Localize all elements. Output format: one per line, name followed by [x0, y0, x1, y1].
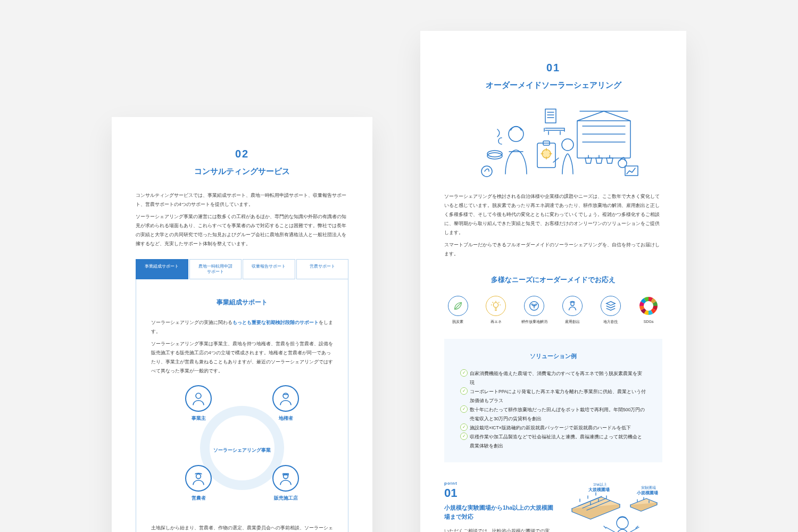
list-item: 数十年にわたって耕作放棄地だった田んぼをポット栽培で再利用。年間500万円の売電… — [460, 405, 646, 423]
node-label: 事業主 — [185, 414, 212, 422]
page-consulting: 02 コンサルティングサービス コンサルティングサービスでは、事業組成サポート、… — [112, 117, 372, 532]
point-body: いただくご相談では、比較的小規模な圃場での実証実験のお問い合わせも少なくありませ… — [444, 527, 554, 532]
diagram-node-owner: 事業主 — [185, 385, 212, 422]
panel-title: 事業組成サポート — [151, 296, 333, 309]
svg-text:小規模圃場: 小規模圃場 — [636, 491, 658, 495]
leaf-icon — [448, 296, 468, 316]
need-label: 雇用創出 — [559, 319, 586, 324]
need-label: SDGs — [635, 319, 662, 324]
section-number: 02 — [136, 144, 348, 164]
point-title: 小規模な実験圃場から1ha以上の大規模圃場まで対応 — [444, 503, 554, 521]
need-abandoned-farmland: 耕作放棄地解消 — [520, 296, 548, 324]
svg-text:大規模圃場: 大規模圃場 — [588, 487, 610, 492]
need-label: 脱炭素 — [444, 319, 472, 324]
diagram-node-landowner: 地権者 — [272, 385, 299, 422]
svg-point-2 — [283, 393, 288, 398]
label: 1ha以上 — [593, 483, 607, 486]
svg-text:実験圃場: 実験圃場 — [641, 486, 656, 490]
tab-yield-report[interactable]: 収量報告サポート — [243, 259, 295, 280]
person-icon — [272, 385, 299, 412]
need-regional: 地方創生 — [597, 296, 625, 324]
node-label: 地権者 — [272, 414, 299, 422]
svg-point-19 — [571, 302, 574, 305]
point-tag: point — [444, 479, 554, 487]
person-icon — [185, 385, 212, 412]
intro-paragraph: ソーラーシェアリング事業の運営には数多くの工程があるほか、専門的な知識や外部の有… — [136, 212, 348, 248]
list-item: 自家消費機能を備えた農場で、消費電力のすべてを再エネで賄う脱炭素農業を実現 — [460, 369, 646, 387]
point-number: 01 — [444, 487, 554, 499]
hero-illustration — [466, 105, 641, 182]
need-decarb: 脱炭素 — [444, 296, 472, 324]
support-tabs: 事業組成サポート 農地一時転用申請 サポート 収量報告サポート 営農サポート — [136, 259, 348, 280]
need-employment: 雇用創出 — [559, 296, 586, 324]
tab-farming-support[interactable]: 営農サポート — [296, 259, 349, 280]
intro-paragraph: コンサルティングサービスでは、事業組成サポート、農地一時転用申請サポート、収量報… — [136, 191, 348, 209]
svg-point-9 — [509, 127, 523, 142]
need-sdgs: SDGs — [635, 296, 662, 324]
svg-point-3 — [196, 474, 201, 479]
need-label: 耕作放棄地解消 — [520, 319, 548, 324]
person-icon — [185, 465, 212, 492]
diagram-center-label: ソーラーシェアリング事業 — [213, 446, 271, 455]
sprout-icon — [524, 296, 544, 316]
needs-heading: 多様なニーズにオーダーメイドでお応え — [444, 273, 662, 287]
panel-paragraph: ソーラーシェアリング事業は事業主、農地を持つ地権者、営農を担う営農者、設備を販売… — [151, 339, 333, 376]
panel-paragraph: 土地探しから始まり、営農者、作物の選定、農業委員会への事前相談、ソーラーシェアリ… — [151, 523, 333, 532]
needs-icon-row: 脱炭素 再エネ 耕作放棄地解消 雇用創出 地方創生 — [444, 296, 662, 324]
diagram-node-vendor: 販売施工店 — [272, 465, 299, 502]
section-number: 01 — [444, 57, 662, 78]
intro-paragraph: ソーラーシェアリングを検討される自治体様や企業様の課題やニーズは、ここ数年で大き… — [444, 192, 662, 237]
intro-paragraph: スマートブルーだからできるフルオーダーメイドのソーラーシェアリングを、自信を持っ… — [444, 240, 662, 259]
sdgs-wheel-icon — [638, 296, 659, 316]
list-item: 収穫作業や加工品製造などで社会福祉法人と連携。農福連携によって就労機会と農業体験… — [460, 433, 646, 451]
person-icon — [562, 296, 583, 316]
need-renewable: 再エネ — [483, 296, 510, 324]
solutions-title: ソリューション例 — [460, 351, 646, 362]
person-icon — [272, 465, 299, 492]
need-label: 地方創生 — [597, 319, 625, 324]
stakeholder-diagram: ソーラーシェアリング事業 事業主 地権者 営農者 — [176, 389, 309, 512]
panel-lead: ソーラーシェアリングの実施に関わるもっとも重要な初期検討段階のサポートをします。 — [151, 318, 333, 336]
point-illustration: 1ha以上 大規模圃場 実験圃場 小規模圃場 — [567, 479, 662, 532]
list-item: コーポレートPPAにより発電した再エネ電力を離れた事業所に供給、農業という付加価… — [460, 387, 646, 405]
section-title: オーダーメイドソーラーシェアリング — [444, 78, 662, 93]
solutions-list: 自家消費機能を備えた農場で、消費電力のすべてを再エネで賄う脱炭素農業を実現 コー… — [460, 369, 646, 451]
lightbulb-icon — [486, 296, 506, 316]
point-section: point 01 小規模な実験圃場から1ha以上の大規模圃場まで対応 いただくご… — [444, 479, 662, 532]
section-title: コンサルティングサービス — [136, 164, 348, 179]
svg-point-1 — [196, 393, 201, 398]
node-label: 営農者 — [185, 494, 212, 502]
tab-panel-business-formation: 事業組成サポート ソーラーシェアリングの実施に関わるもっとも重要な初期検討段階の… — [136, 279, 348, 532]
tab-farmland-conversion[interactable]: 農地一時転用申請 サポート — [189, 259, 242, 280]
layers-icon — [601, 296, 621, 316]
solutions-box: ソリューション例 自家消費機能を備えた農場で、消費電力のすべてを再エネで賄う脱炭… — [444, 339, 662, 462]
node-label: 販売施工店 — [272, 494, 299, 502]
tab-business-formation[interactable]: 事業組成サポート — [136, 259, 188, 280]
svg-point-13 — [562, 139, 573, 151]
list-item: 施設栽培×ICT×販路確約の新規就農パッケージで新規就農のハードルを低下 — [460, 423, 646, 433]
svg-rect-8 — [545, 109, 556, 123]
page-ordermade: 01 オーダーメイドソーラーシェアリング — [420, 31, 686, 532]
diagram-node-farmer: 営農者 — [185, 465, 212, 502]
svg-point-16 — [481, 166, 492, 177]
need-label: 再エネ — [483, 319, 510, 324]
svg-point-17 — [494, 303, 498, 307]
